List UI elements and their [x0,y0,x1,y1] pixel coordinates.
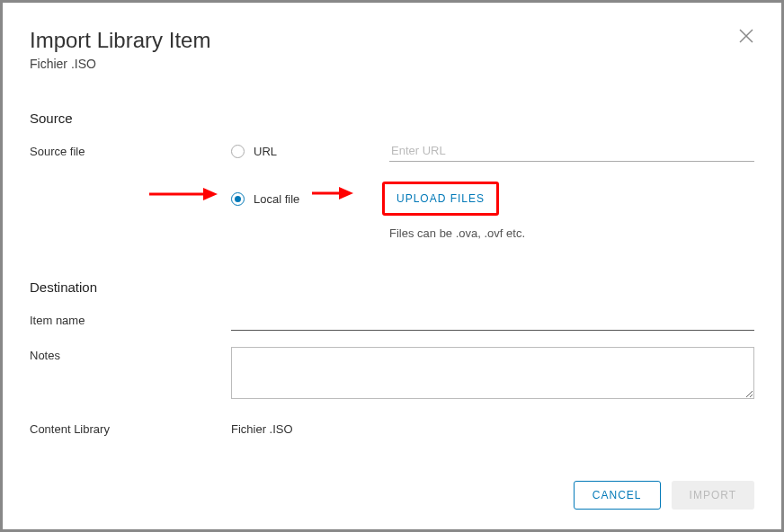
source-local-row: Local file UPLOAD FILES [30,187,754,210]
cancel-button[interactable]: CANCEL [574,481,661,510]
radio-url[interactable] [231,145,245,158]
notes-label: Notes [30,347,231,362]
source-file-label: Source file [30,145,231,158]
notes-row: Notes [30,347,754,399]
upload-files-button[interactable]: UPLOAD FILES [389,187,492,210]
radio-local-file[interactable] [231,192,245,206]
dialog-header: Import Library Item Fichier .ISO [30,28,754,71]
url-input[interactable] [389,140,754,162]
notes-textarea[interactable] [231,347,754,399]
dialog-subtitle: Fichier .ISO [30,57,210,71]
item-name-row: Item name [30,309,754,331]
upload-hint-text: Files can be .ova, .ovf etc. [389,226,754,240]
radio-local-file-label: Local file [254,192,299,206]
header-titles: Import Library Item Fichier .ISO [30,28,210,71]
upload-files-wrap: UPLOAD FILES [389,187,492,210]
dialog-title: Import Library Item [30,28,210,53]
import-library-item-dialog: Import Library Item Fichier .ISO Source … [3,3,781,529]
url-option[interactable]: URL [231,145,389,158]
content-library-label: Content Library [30,422,231,436]
source-heading: Source [30,111,754,126]
source-url-row: Source file URL [30,140,754,162]
item-name-input[interactable] [231,309,754,331]
import-button: IMPORT [672,481,754,510]
close-icon[interactable] [738,28,754,44]
item-name-label: Item name [30,314,231,327]
destination-heading: Destination [30,279,754,295]
content-library-value: Fichier .ISO [231,422,293,436]
radio-url-label: URL [254,145,277,158]
local-file-option[interactable]: Local file [231,192,389,206]
dialog-footer: CANCEL IMPORT [574,481,754,510]
content-library-row: Content Library Fichier .ISO [30,422,754,436]
